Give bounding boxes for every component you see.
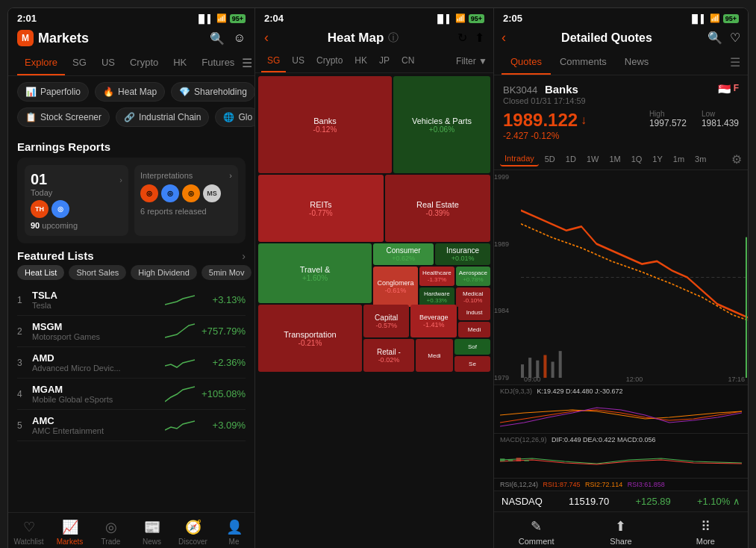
tab-quotes[interactable]: Quotes (502, 50, 551, 75)
tab-comments[interactable]: Comments (551, 50, 616, 75)
nav-discover[interactable]: 🧭 Discover (172, 519, 213, 546)
featured-chevron[interactable]: › (242, 250, 246, 262)
screener-btn[interactable]: 📋 Stock Screener (17, 108, 110, 127)
stock-list: 1 TSLA Tesla +3.13% 2 MSGM Motorsport Ga… (8, 284, 254, 441)
quotes-search-icon[interactable]: 🔍 (707, 31, 722, 45)
tab-crypto[interactable]: Crypto (122, 51, 166, 75)
shareholding-icon: 💎 (179, 87, 190, 97)
quotes-menu-icon[interactable]: ☰ (730, 55, 740, 69)
chart-settings-icon[interactable]: ⚙ (731, 152, 742, 166)
retail-label: Retail - (377, 348, 401, 356)
notification-icon[interactable]: ☺ (234, 31, 246, 46)
hm-cell-retail[interactable]: Retail - -0.02% (363, 339, 414, 372)
interpretations-card[interactable]: Interpretations › ◎ ◎ ◎ MS 6 reports rel… (134, 165, 238, 236)
table-row[interactable]: 2 MSGM Motorsport Games +757.79% (17, 316, 246, 347)
tab-short-sales[interactable]: Short Sales (69, 265, 126, 280)
hm-cell-capital[interactable]: Capital -0.57% (363, 305, 410, 337)
paperfolio-btn[interactable]: 📊 Paperfolio (17, 82, 89, 102)
refresh-icon[interactable]: ↻ (457, 31, 467, 45)
nasdaq-bar[interactable]: NASDAQ 11519.70 +125.89 +1.10% ∧ (494, 491, 748, 511)
stock-info: AMC AMC Entertainment (32, 415, 159, 435)
hm-cell-vehicles[interactable]: Vehicles & Parts +0.06% (393, 76, 490, 173)
today-earnings[interactable]: 01 › Today TH ◎ 90 upcoming (25, 165, 128, 236)
hm-tab-jp[interactable]: JP (373, 50, 396, 72)
back-button[interactable]: ‹ (264, 30, 269, 46)
chain-btn[interactable]: 🔗 Industrial Chain (116, 108, 209, 127)
price-level-3: 1984 (494, 307, 521, 314)
comment-label: Comment (519, 537, 554, 546)
hm-tab-sg[interactable]: SG (261, 50, 286, 72)
me-icon: 👤 (226, 519, 243, 535)
hm-cell-indust[interactable]: Indust (458, 305, 490, 320)
ctab-1y[interactable]: 1Y (648, 152, 666, 166)
x-axis: 09:00 12:00 17:16 (521, 376, 748, 383)
tab-news[interactable]: News (616, 50, 658, 75)
ctab-1min[interactable]: 1m (669, 152, 689, 166)
ctab-intraday[interactable]: Intraday (500, 152, 539, 166)
hm-cell-realestate[interactable]: Real Estate -0.39% (385, 175, 490, 242)
nav-more-icon[interactable]: ☰ (242, 56, 252, 70)
news-icon: 📰 (144, 519, 160, 535)
hm-tab-crypto[interactable]: Crypto (310, 50, 349, 72)
conglom-label: Conglomera (377, 279, 413, 287)
stock-ticker: TSLA (32, 290, 159, 301)
share-icon[interactable]: ⬆ (475, 31, 484, 45)
nav-markets[interactable]: 📈 Markets (49, 519, 90, 546)
tab-explore[interactable]: Explore (17, 51, 65, 75)
tab-sg[interactable]: SG (65, 51, 94, 75)
action-more[interactable]: ⠿ More (663, 518, 748, 546)
heatmap-btn[interactable]: 🔥 Heat Map (95, 82, 165, 102)
table-row[interactable]: 1 TSLA Tesla +3.13% (17, 284, 246, 316)
stock-ticker: MSGM (32, 321, 159, 332)
hm-cell-healthcare[interactable]: Healthcare -1.37% (419, 267, 454, 286)
hm-cell-aerospace[interactable]: Aerospace +0.78% (456, 267, 490, 286)
nasdaq-pct-val: +1.10% (697, 496, 730, 507)
nav-me[interactable]: 👤 Me (213, 519, 254, 546)
table-row[interactable]: 3 AMD Advanced Micro Devic... +2.36% (17, 347, 246, 379)
hm-tab-cn[interactable]: CN (396, 50, 420, 72)
global-btn[interactable]: 🌐 Glo (215, 108, 254, 127)
tab-us[interactable]: US (94, 51, 122, 75)
nav-watchlist[interactable]: ♡ Watchlist (8, 519, 49, 546)
hm-cell-banks[interactable]: Banks -0.12% (258, 76, 392, 173)
hm-cell-medi2[interactable]: Medi (458, 322, 490, 337)
hm-cell-conglom[interactable]: Conglomera -0.61% (373, 267, 418, 307)
filter-button[interactable]: Filter ▼ (456, 56, 487, 66)
ctab-1m[interactable]: 1M (605, 152, 625, 166)
hm-tab-hk[interactable]: HK (349, 50, 373, 72)
quotes-back-button[interactable]: ‹ (502, 30, 506, 46)
nav-news[interactable]: 📰 News (131, 519, 172, 546)
info-icon[interactable]: ⓘ (388, 31, 399, 45)
ctab-1w[interactable]: 1W (582, 152, 604, 166)
tab-futures[interactable]: Futures (194, 51, 242, 75)
search-icon[interactable]: 🔍 (210, 31, 225, 46)
hm-cell-sof[interactable]: Sof (454, 339, 490, 355)
shareholding-btn[interactable]: 💎 Shareholding (171, 82, 254, 102)
table-row[interactable]: 5 AMC AMC Entertainment +3.09% (17, 410, 246, 441)
hm-cell-beverage[interactable]: Beverage -1.41% (410, 305, 457, 337)
hm-cell-se[interactable]: Se (454, 356, 490, 372)
table-row[interactable]: 4 MGAM Mobile Global eSports +105.08% (17, 379, 246, 410)
ctab-3min[interactable]: 3m (690, 152, 710, 166)
hm-cell-medi3[interactable]: Medi (416, 339, 453, 372)
hm-cell-consumer[interactable]: Consumer +0.62% (373, 243, 434, 265)
banks-change: -0.12% (313, 125, 337, 134)
ctab-1d[interactable]: 1D (561, 152, 581, 166)
insurance-label: Insurance (446, 246, 479, 255)
tab-5min[interactable]: 5min Mov (202, 265, 252, 280)
quotes-header-icons: 🔍 ♡ (707, 31, 740, 45)
action-comment[interactable]: ✎ Comment (494, 518, 578, 546)
hm-cell-reits[interactable]: REITs -0.77% (258, 175, 384, 242)
hm-tab-us[interactable]: US (286, 50, 310, 72)
ctab-1q[interactable]: 1Q (627, 152, 647, 166)
tab-heat-list[interactable]: Heat List (17, 265, 64, 280)
hm-cell-travel[interactable]: Travel & +1.60% (258, 243, 372, 303)
hm-cell-transport[interactable]: Transportation -0.21% (258, 305, 362, 372)
tab-high-dividend[interactable]: High Dividend (131, 265, 196, 280)
tab-hk[interactable]: HK (166, 51, 194, 75)
action-share[interactable]: ⬆ Share (578, 518, 663, 546)
hm-cell-insurance[interactable]: Insurance +0.01% (435, 243, 490, 265)
ctab-5d[interactable]: 5D (540, 152, 560, 166)
nav-trade[interactable]: ◎ Trade (90, 519, 131, 546)
quotes-fav-icon[interactable]: ♡ (730, 31, 740, 45)
